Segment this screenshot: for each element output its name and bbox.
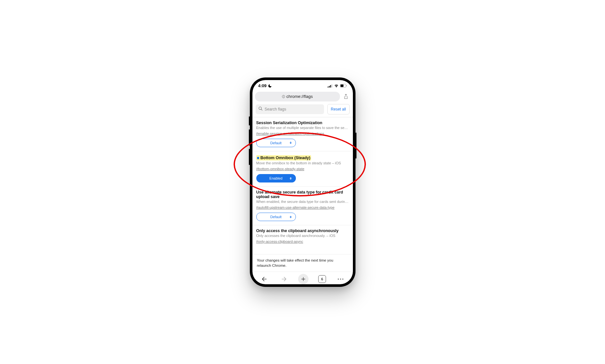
svg-point-12 [338,278,339,279]
flag-item: Use alternate secure data type for credi… [252,187,353,225]
flag-select[interactable]: Enabled [256,174,296,182]
statusbar-time: 4:09 [258,83,267,88]
flag-description: When enabled, the secure data type for c… [256,200,349,204]
urlbar-text: chrome://flags [286,94,313,99]
flag-title: Only access the clipboard asynchronously [256,229,349,233]
relaunch-banner: Your changes will take effect the next t… [252,254,353,271]
search-input[interactable]: Search flags [256,104,324,114]
flag-description: Enables the use of multiple separate fil… [256,126,349,130]
info-icon [282,95,285,98]
flag-item: Session Serialization Optimization Enabl… [252,117,353,151]
search-placeholder: Search flags [265,107,286,112]
flag-anchor-link[interactable]: #only-access-clipboard-async [256,240,303,243]
chevron-updown-icon [290,177,292,180]
phone-side-button [249,129,250,146]
tab-count: 6 [321,277,323,281]
svg-rect-1 [329,86,330,88]
flag-select-value: Enabled [269,176,282,180]
reset-all-label: Reset all [331,107,346,112]
phone-screen: 4:09 [252,80,353,284]
phone-side-button [249,149,250,165]
flag-title: Session Serialization Optimization [256,121,349,125]
svg-rect-9 [283,96,284,97]
tabs-button[interactable]: 6 [318,275,326,283]
flag-anchor-link[interactable]: #enable-session-serialization-optimizati… [256,132,324,135]
new-tab-button[interactable] [298,274,308,284]
reset-all-button[interactable]: Reset all [327,104,350,114]
svg-rect-2 [330,85,331,88]
statusbar: 4:09 [252,80,353,90]
search-row: Search flags Reset all [252,103,353,117]
flag-description: Move the omnibox to the bottom in steady… [256,161,349,165]
urlbar-row: chrome://flags [252,90,353,103]
svg-point-8 [283,96,284,96]
menu-button[interactable] [336,274,345,284]
flag-select-value: Default [270,141,282,145]
svg-rect-5 [340,85,343,87]
flag-item-highlighted: Bottom Omnibox (Steady) Move the omnibox… [252,151,353,187]
flag-select[interactable]: Default [256,139,296,147]
phone-side-button [355,133,356,159]
relaunch-text: Your changes will take effect the next t… [257,258,333,267]
svg-rect-6 [346,85,346,87]
phone-frame: 4:09 [250,77,355,287]
cellular-signal-icon [328,84,333,88]
svg-line-11 [261,109,262,110]
flag-select[interactable]: Default [256,213,296,221]
bottom-toolbar: 6 [252,272,353,284]
svg-point-13 [340,278,341,279]
flag-select-value: Default [270,215,282,219]
flags-list[interactable]: Session Serialization Optimization Enabl… [252,117,353,272]
flag-title: Bottom Omnibox (Steady) [256,155,311,160]
flag-anchor-link[interactable]: #bottom-omnibox-steady-state [256,167,305,171]
chevron-updown-icon [290,141,292,145]
forward-button[interactable] [279,274,289,284]
wifi-icon [334,84,339,88]
svg-point-14 [342,278,343,279]
back-button[interactable] [260,274,269,284]
svg-rect-3 [332,84,332,88]
battery-icon [340,84,347,88]
flag-title: Use alternate secure data type for credi… [256,190,349,199]
share-button[interactable] [342,92,350,101]
flag-anchor-link[interactable]: #autofill-upstream-use-alternate-secure-… [256,205,335,209]
phone-side-button [249,116,250,125]
chevron-updown-icon [290,215,292,218]
flag-item: Only access the clipboard asynchronously… [252,225,353,248]
modified-dot-icon [257,157,259,159]
do-not-disturb-icon [268,84,272,88]
svg-rect-0 [328,87,329,88]
flag-description: Only accesses the clipboard asnchronousl… [256,234,349,238]
flag-title-text: Bottom Omnibox (Steady) [261,156,310,160]
search-icon [258,106,263,112]
urlbar[interactable]: chrome://flags [255,92,340,101]
